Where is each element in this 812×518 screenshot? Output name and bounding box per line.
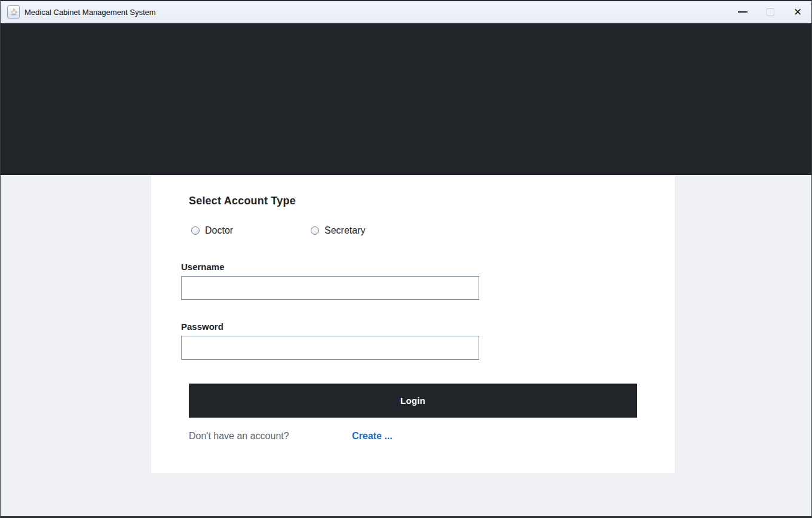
password-label: Password (181, 321, 223, 332)
titlebar: Medical Cabinet Management System ✕ (1, 1, 811, 23)
username-input[interactable] (181, 276, 479, 300)
java-app-icon (7, 5, 20, 19)
doctor-radio-label: Doctor (205, 225, 233, 236)
doctor-radio-icon[interactable] (191, 226, 200, 235)
secretary-radio-option[interactable]: Secretary (311, 225, 365, 236)
account-type-heading: Select Account Type (189, 195, 296, 207)
window-controls: ✕ (729, 1, 811, 23)
password-input[interactable] (181, 336, 479, 360)
maximize-icon (767, 8, 774, 16)
login-button[interactable]: Login (189, 384, 637, 418)
titlebar-left: Medical Cabinet Management System (1, 5, 156, 19)
username-label: Username (181, 262, 225, 272)
login-card: Select Account Type Doctor Secretary Use… (151, 175, 675, 473)
maximize-button[interactable] (756, 1, 784, 23)
secretary-radio-icon[interactable] (311, 226, 319, 235)
close-button[interactable]: ✕ (784, 1, 811, 23)
java-coffee-cup-icon (10, 8, 18, 16)
doctor-radio-option[interactable]: Doctor (191, 225, 233, 236)
header-banner (1, 23, 811, 175)
secretary-radio-label: Secretary (324, 225, 365, 236)
minimize-button[interactable] (729, 1, 756, 23)
main-content: Select Account Type Doctor Secretary Use… (1, 175, 811, 516)
signup-row: Don't have an account? Create ... (189, 431, 607, 442)
signup-prompt: Don't have an account? (189, 431, 289, 441)
app-window: Medical Cabinet Management System ✕ Sele… (0, 0, 812, 518)
close-icon: ✕ (793, 6, 802, 19)
window-title: Medical Cabinet Management System (24, 8, 156, 17)
minimize-icon (738, 11, 747, 13)
create-account-link[interactable]: Create ... (352, 431, 393, 442)
